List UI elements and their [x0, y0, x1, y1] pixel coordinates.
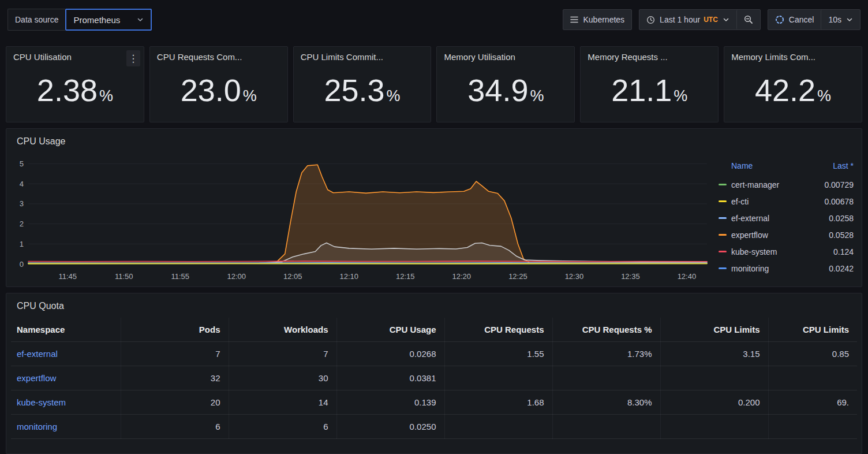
quota-cell: 14: [229, 390, 336, 415]
stat-unit: %: [243, 87, 257, 105]
legend-series-name[interactable]: kube-system: [731, 247, 777, 256]
quota-column-header[interactable]: CPU Requests %: [552, 318, 660, 342]
quota-cell: [660, 366, 768, 390]
svg-text:12:25: 12:25: [508, 272, 527, 281]
legend-last-value: 0.00729: [824, 180, 854, 189]
cpu-quota-table: NamespacePodsWorkloadsCPU UsageCPU Reque…: [11, 318, 857, 439]
zoom-out-button[interactable]: [736, 10, 760, 29]
stat-number: 2.38: [37, 75, 98, 106]
quota-cell: 1.68: [444, 390, 552, 415]
stat-number: 25.3: [324, 75, 385, 106]
legend-item[interactable]: expertflow0.0528: [719, 226, 854, 243]
quota-column-header[interactable]: CPU Requests: [444, 318, 552, 342]
namespace-link[interactable]: ef-external: [17, 349, 58, 359]
quota-cell: [768, 366, 857, 390]
quota-column-header[interactable]: Pods: [121, 318, 229, 342]
legend-series-name[interactable]: expertflow: [731, 230, 768, 240]
quota-row: ef-external770.02681.551.73%3.150.85: [11, 342, 857, 366]
quota-cell: 0.0381: [336, 366, 444, 390]
series-color-swatch: [719, 200, 727, 202]
quota-cell: 0.139: [336, 390, 444, 415]
quota-column-header[interactable]: CPU Limits: [768, 318, 857, 342]
svg-text:11:55: 11:55: [171, 272, 190, 281]
namespace-link[interactable]: expertflow: [17, 373, 56, 383]
quota-column-header[interactable]: CPU Limits: [660, 318, 768, 342]
legend-series-name[interactable]: ef-cti: [731, 197, 749, 206]
quota-header-row: NamespacePodsWorkloadsCPU UsageCPU Reque…: [11, 318, 857, 342]
menu-icon: [570, 16, 578, 23]
stat-panel-title: CPU Utilisation: [13, 51, 137, 63]
datasource-picker-group: Data source Prometheus: [8, 9, 152, 31]
legend-series-name[interactable]: monitoring: [731, 264, 769, 273]
cpu-usage-chart-area[interactable]: 01234511:4511:5011:5512:0012:0512:1012:1…: [11, 150, 713, 282]
timezone-label: UTC: [704, 16, 718, 24]
namespace-link[interactable]: monitoring: [17, 422, 57, 431]
svg-text:5: 5: [20, 159, 24, 168]
legend-series-name[interactable]: ef-external: [731, 214, 769, 223]
cpu-usage-chart: 01234511:4511:5011:5512:0012:0512:1012:1…: [11, 150, 713, 284]
quota-cell: 3.15: [660, 342, 768, 366]
stat-unit: %: [99, 87, 113, 105]
cpu-quota-panel: CPU Quota NamespacePodsWorkloadsCPU Usag…: [6, 293, 862, 454]
stat-value: 23.0%: [157, 63, 280, 117]
quota-row: kube-system20140.1391.688.30%0.20069.: [11, 390, 857, 415]
stat-value: 2.38%: [13, 63, 137, 117]
quota-cell: [768, 415, 857, 439]
quota-cell: 1.73%: [552, 342, 660, 366]
legend-item[interactable]: monitoring0.0242: [719, 260, 854, 277]
cancel-button-label: Cancel: [789, 15, 814, 24]
legend-series-name[interactable]: cert-manager: [731, 180, 779, 189]
datasource-picker[interactable]: Prometheus: [65, 9, 152, 31]
spinner-icon: [775, 15, 784, 24]
svg-text:12:30: 12:30: [565, 272, 584, 281]
time-range-button[interactable]: Last 1 hour UTC: [639, 10, 736, 29]
time-picker-group: Last 1 hour UTC: [639, 9, 761, 30]
svg-text:11:45: 11:45: [59, 272, 77, 281]
namespace-link[interactable]: kube-system: [17, 397, 66, 407]
stat-unit: %: [674, 87, 687, 105]
quota-cell: 7: [121, 342, 229, 366]
stat-number: 34.9: [467, 75, 528, 106]
dashboard-page: Data source Prometheus Kubernetes: [0, 0, 868, 454]
panel-menu-icon[interactable]: ⋮: [126, 50, 140, 66]
svg-text:1: 1: [20, 240, 24, 248]
legend-last-header[interactable]: Last *: [833, 161, 854, 170]
kubernetes-button[interactable]: Kubernetes: [563, 9, 632, 30]
cancel-refresh-button[interactable]: Cancel: [768, 10, 821, 29]
datasource-picker-value: Prometheus: [73, 15, 120, 25]
stat-panel: Memory Requests ...21.1%: [580, 46, 719, 122]
stat-panel: CPU Limits Commit...25.3%: [293, 46, 432, 122]
svg-text:11:50: 11:50: [115, 272, 133, 281]
cpu-usage-panel: CPU Usage 01234511:4511:5011:5512:0012:0…: [6, 128, 862, 287]
stat-unit: %: [387, 87, 401, 105]
legend-item[interactable]: cert-manager0.00729: [719, 176, 854, 193]
refresh-interval-label: 10s: [828, 15, 841, 24]
quota-column-header[interactable]: CPU Usage: [336, 318, 444, 342]
quota-column-header[interactable]: Workloads: [229, 318, 336, 342]
quota-column-header[interactable]: Namespace: [11, 318, 121, 342]
series-color-swatch: [719, 251, 727, 252]
clock-icon: [646, 16, 655, 24]
cpu-usage-legend: Name Last * cert-manager0.00729ef-cti0.0…: [713, 150, 857, 282]
svg-text:12:05: 12:05: [283, 272, 302, 281]
legend-item[interactable]: kube-system0.124: [719, 243, 854, 260]
refresh-interval-button[interactable]: 10s: [821, 10, 860, 29]
legend-last-value: 0.124: [833, 247, 854, 256]
svg-text:4: 4: [20, 180, 24, 188]
svg-text:0: 0: [20, 260, 24, 269]
chevron-down-icon: [137, 16, 144, 23]
chevron-down-icon: [723, 16, 729, 23]
quota-cell: 6: [229, 415, 336, 439]
stats-row: CPU Utilisation⋮2.38%CPU Requests Com...…: [6, 46, 862, 122]
legend-item[interactable]: ef-cti0.00678: [719, 193, 854, 210]
legend-name-header[interactable]: Name: [731, 161, 753, 170]
legend-item[interactable]: ef-external0.0258: [719, 210, 854, 226]
svg-text:12:35: 12:35: [621, 272, 640, 281]
series-color-swatch: [719, 267, 727, 269]
svg-text:3: 3: [20, 199, 24, 208]
legend-last-value: 0.00678: [824, 197, 854, 206]
quota-body: ef-external770.02681.551.73%3.150.85expe…: [11, 342, 857, 439]
stat-value: 34.9%: [444, 63, 567, 117]
svg-text:12:00: 12:00: [227, 272, 246, 281]
quota-cell: 30: [229, 366, 336, 390]
